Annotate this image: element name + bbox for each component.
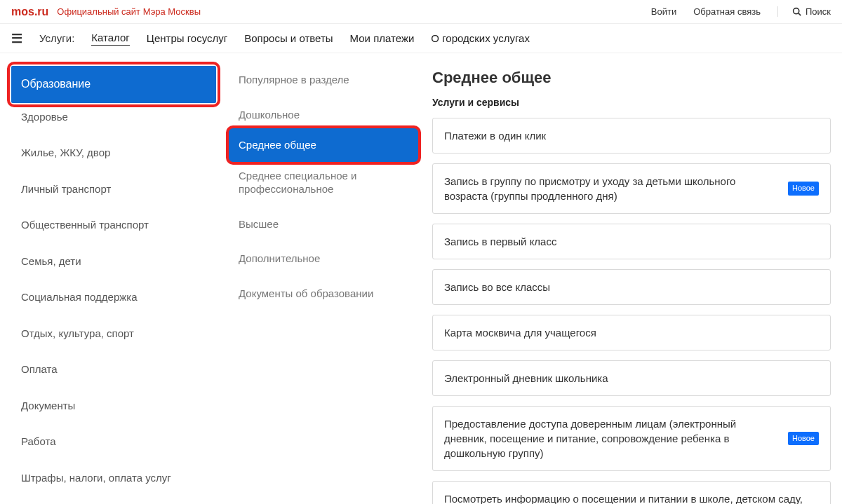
service-attendance-info[interactable]: Посмотреть информацию о посещении и пита… — [432, 481, 831, 504]
cat-disability[interactable]: Люди с ограниченными возможностями здоро… — [11, 500, 216, 504]
navbar: ☰ Услуги: Каталог Центры госуслуг Вопрос… — [0, 24, 842, 53]
cat-work[interactable]: Работа — [11, 428, 216, 456]
svg-line-1 — [798, 13, 801, 15]
nav-about[interactable]: О городских услугах — [431, 32, 530, 44]
cat-fines[interactable]: Штрафы, налоги, оплата услуг — [11, 464, 216, 492]
service-payments[interactable]: Платежи в один клик — [432, 118, 831, 154]
nav-title: Услуги: — [39, 32, 74, 44]
cat-public-transport[interactable]: Общественный транспорт — [11, 211, 216, 239]
cat-family[interactable]: Семья, дети — [11, 247, 216, 275]
menu-icon[interactable]: ☰ — [11, 31, 22, 46]
service-label: Запись в группу по присмотру и уходу за … — [444, 174, 780, 203]
service-label: Запись во все классы — [444, 280, 819, 294]
new-badge: Новое — [788, 432, 819, 445]
category-list: Образование Здоровье Жилье, ЖКУ, двор Ли… — [11, 66, 222, 504]
service-label: Посмотреть информацию о посещении и пита… — [444, 491, 819, 504]
service-ediary[interactable]: Электронный дневник школьника — [432, 360, 831, 396]
cat-social[interactable]: Социальная поддержка — [11, 283, 216, 311]
service-student-card[interactable]: Карта москвича для учащегося — [432, 315, 831, 350]
new-badge: Новое — [788, 182, 819, 195]
sub-higher[interactable]: Высшее — [229, 210, 418, 238]
cat-leisure[interactable]: Отдых, культура, спорт — [11, 320, 216, 348]
section-title: Среднее общее — [432, 69, 831, 87]
search-label: Поиск — [806, 6, 831, 17]
sub-additional[interactable]: Дополнительное — [229, 245, 418, 273]
service-label: Платежи в один клик — [444, 128, 819, 143]
feedback-link[interactable]: Обратная связь — [693, 6, 761, 17]
service-label: Предоставление доступа доверенным лицам … — [444, 416, 780, 461]
search-icon — [792, 7, 801, 16]
service-label: Запись в первый класс — [444, 234, 819, 249]
nav-centers[interactable]: Центры госуслуг — [147, 32, 227, 44]
service-first-grade[interactable]: Запись в первый класс — [432, 224, 831, 259]
cat-housing[interactable]: Жилье, ЖКУ, двор — [11, 139, 216, 167]
logo[interactable]: mos.ru — [11, 6, 48, 18]
sub-preschool[interactable]: Дошкольное — [229, 101, 418, 129]
brand: mos.ru Официальный сайт Мэра Москвы — [11, 6, 201, 18]
section-subtitle: Услуги и сервисы — [432, 97, 831, 108]
svg-point-0 — [794, 8, 799, 14]
nav-catalog[interactable]: Каталог — [91, 32, 130, 46]
service-afterschool[interactable]: Запись в группу по присмотру и уходу за … — [432, 163, 831, 214]
cat-personal-transport[interactable]: Личный транспорт — [11, 175, 216, 203]
topbar: mos.ru Официальный сайт Мэра Москвы Войт… — [0, 0, 842, 24]
login-link[interactable]: Войти — [651, 6, 676, 17]
content: Образование Здоровье Жилье, ЖКУ, двор Ли… — [0, 53, 842, 504]
cat-documents[interactable]: Документы — [11, 392, 216, 420]
slogan: Официальный сайт Мэра Москвы — [57, 6, 201, 17]
service-label: Электронный дневник школьника — [444, 371, 819, 386]
sub-secondary-general[interactable]: Среднее общее — [229, 128, 418, 162]
sub-secondary-special[interactable]: Среднее специальное и профессиональное — [229, 162, 418, 203]
nav-faq[interactable]: Вопросы и ответы — [244, 32, 333, 44]
service-all-grades[interactable]: Запись во все классы — [432, 269, 831, 305]
cat-health[interactable]: Здоровье — [11, 103, 216, 131]
service-trusted-access[interactable]: Предоставление доступа доверенным лицам … — [432, 406, 831, 471]
subcategory-list: Популярное в разделе Дошкольное Среднее … — [222, 66, 425, 504]
cat-payment[interactable]: Оплата — [11, 355, 216, 383]
search-button[interactable]: Поиск — [777, 6, 831, 17]
nav-payments[interactable]: Мои платежи — [350, 32, 415, 44]
sub-edu-docs[interactable]: Документы об образовании — [229, 280, 418, 308]
service-label: Карта москвича для учащегося — [444, 325, 819, 340]
cat-education[interactable]: Образование — [11, 66, 216, 103]
sub-popular[interactable]: Популярное в разделе — [229, 66, 418, 94]
services-panel: Среднее общее Услуги и сервисы Платежи в… — [425, 66, 831, 504]
